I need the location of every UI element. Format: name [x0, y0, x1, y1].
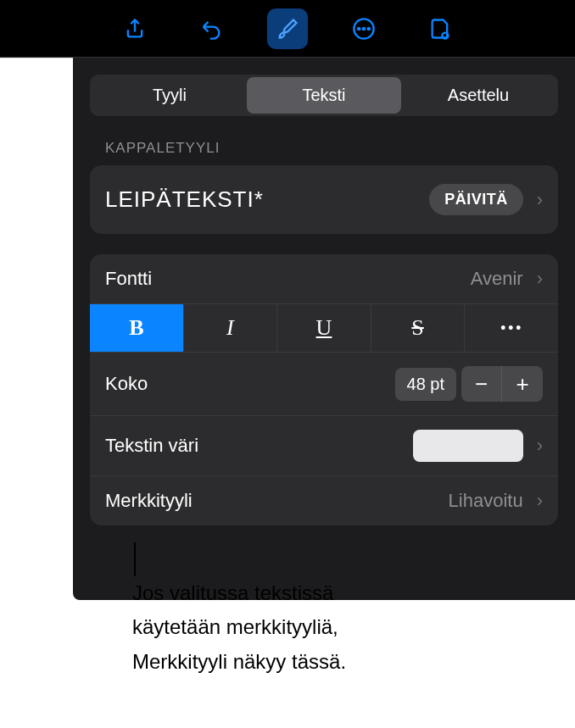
font-label: Fontti: [105, 268, 152, 290]
paragraph-style-row[interactable]: LEIPÄTEKSTI* PÄIVITÄ ›: [90, 165, 558, 234]
panel-area: Tyyli Teksti Asettelu KAPPALETYYLI LEIPÄ…: [0, 58, 575, 600]
text-color-swatch[interactable]: [413, 430, 523, 462]
callout-text-line: käytetään merkkityyliä,: [132, 610, 346, 644]
chevron-right-icon: ›: [537, 189, 543, 211]
document-canvas: [0, 58, 73, 600]
underline-button[interactable]: U: [277, 304, 371, 352]
svg-point-1: [358, 27, 360, 29]
format-button[interactable]: [267, 8, 308, 49]
top-toolbar: [0, 0, 575, 58]
size-stepper: − +: [461, 366, 543, 402]
paintbrush-icon: [276, 17, 299, 41]
callout-text-line: Merkkityyli näkyy tässä.: [132, 645, 346, 679]
undo-icon: [199, 17, 223, 41]
character-style-label: Merkkityyli: [105, 490, 193, 512]
svg-point-3: [368, 27, 370, 29]
annotation-callout: Jos valitussa tekstissä käytetään merkki…: [132, 576, 346, 679]
share-icon: [123, 17, 147, 41]
format-inspector: Tyyli Teksti Asettelu KAPPALETYYLI LEIPÄ…: [73, 58, 575, 600]
size-increase-button[interactable]: +: [502, 366, 543, 402]
size-row: Koko 48 pt − +: [90, 353, 558, 416]
callout-leader-line: [134, 542, 136, 576]
paragraph-style-actions: PÄIVITÄ ›: [429, 184, 543, 215]
text-controls-group: Fontti Avenir › B I U S ••• Koko 48 pt −: [90, 254, 558, 525]
format-bar: B I U S •••: [90, 304, 558, 353]
chevron-right-icon: ›: [537, 490, 543, 512]
character-style-row[interactable]: Merkkityyli Lihavoitu ›: [90, 476, 558, 525]
italic-button[interactable]: I: [184, 304, 278, 352]
inspector-tabs: Tyyli Teksti Asettelu: [90, 75, 558, 116]
document-gear-icon: [428, 17, 452, 41]
more-button[interactable]: [343, 8, 384, 49]
character-style-value: Lihavoitu: [449, 490, 523, 512]
document-options-button[interactable]: [420, 8, 461, 49]
font-value: Avenir: [471, 268, 523, 290]
svg-point-4: [442, 32, 448, 38]
undo-button[interactable]: [191, 8, 232, 49]
paragraph-style-heading: KAPPALETYYLI: [90, 140, 558, 157]
text-color-row[interactable]: Tekstin väri ›: [90, 416, 558, 476]
chevron-right-icon: ›: [537, 268, 543, 290]
callout-text-line: Jos valitussa tekstissä: [132, 576, 346, 610]
more-format-button[interactable]: •••: [465, 304, 558, 352]
strikethrough-button[interactable]: S: [371, 304, 466, 352]
size-label: Koko: [105, 373, 148, 395]
chevron-right-icon: ›: [537, 435, 543, 457]
tab-style[interactable]: Tyyli: [92, 77, 247, 114]
paragraph-style-name: LEIPÄTEKSTI*: [105, 186, 264, 213]
ellipsis-circle-icon: [352, 17, 376, 41]
share-button[interactable]: [114, 8, 155, 49]
size-field[interactable]: 48 pt: [395, 368, 456, 401]
size-decrease-button[interactable]: −: [461, 366, 502, 402]
svg-point-2: [363, 27, 365, 29]
font-row[interactable]: Fontti Avenir ›: [90, 254, 558, 304]
text-color-label: Tekstin väri: [105, 435, 198, 457]
tab-layout[interactable]: Asettelu: [401, 77, 555, 114]
bold-button[interactable]: B: [90, 304, 184, 352]
tab-text[interactable]: Teksti: [247, 77, 401, 114]
update-style-button[interactable]: PÄIVITÄ: [429, 184, 523, 215]
